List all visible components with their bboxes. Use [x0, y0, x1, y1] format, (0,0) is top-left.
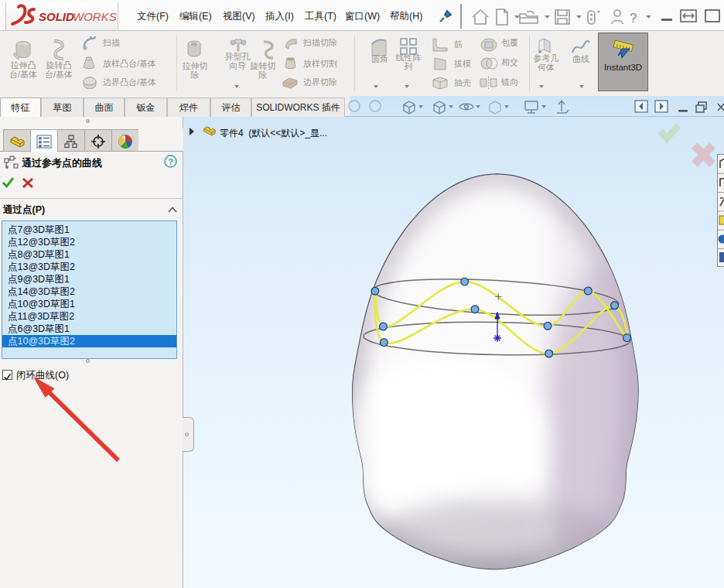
- svg-text:SOLID: SOLID: [39, 10, 74, 23]
- svg-text:WORKS: WORKS: [73, 10, 117, 23]
- svg-text:?: ?: [168, 157, 173, 166]
- svg-text:?: ?: [630, 11, 637, 26]
